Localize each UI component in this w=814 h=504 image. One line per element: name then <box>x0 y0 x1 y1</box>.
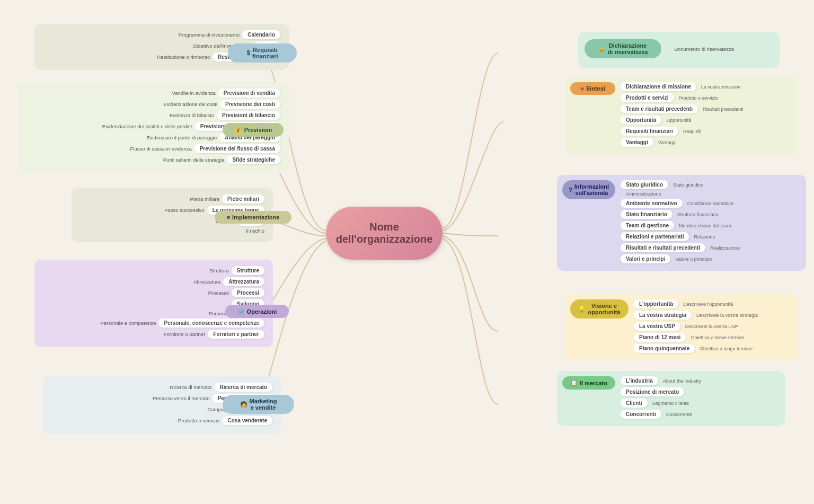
leaf-row: La vostra strategia Descrivete la vostra… <box>634 311 758 320</box>
leaf-row: Vendite in evidenza Previsioni di vendit… <box>27 89 280 98</box>
leaf-label: Il rischio <box>246 228 264 234</box>
after-text: Requisiti <box>683 129 702 134</box>
leaf-label: Prodotto o servizio <box>178 418 220 423</box>
lightbulb-icon: 💡 <box>578 306 586 313</box>
branch-node-implementazione: ≡ Implementazione <box>215 211 291 224</box>
leaf-row: Stato finanziario Struttura finanziaria <box>621 210 740 219</box>
section-operazioni: Struttura Strutture Attrezzatura Attrezz… <box>34 260 273 347</box>
leaf-row: Pietra miliare Pietre miliari <box>80 194 264 204</box>
leaf-row: Prodotto o servizio Cosa venderete <box>51 416 272 425</box>
branch-node-requisiti: $ Requisitifinanziari <box>228 43 297 63</box>
leaf-row: Programma di investimento Calendario <box>43 30 280 39</box>
leaf-label: Pietra miliare <box>190 196 219 202</box>
leaf-row: Personale e competenze Personale, conosc… <box>43 319 264 328</box>
leaf-row: Ambiente normativo Condizione normativa <box>621 199 740 208</box>
leaf-pill: Piano quinquennale <box>634 344 695 353</box>
central-node: Nome dell'organizzazione <box>326 207 443 260</box>
mind-map: Nome dell'organizzazione Programma di in… <box>0 0 814 504</box>
section-sintesi: ■ Sintesi Dichiarazione di missione La v… <box>565 77 798 154</box>
leaf-pill: Team di gestione <box>621 221 674 230</box>
leaf-pill: L'opportunità <box>634 299 678 308</box>
leaf-pill: Ambiente normativo <box>621 199 683 208</box>
lines-icon: ≡ <box>227 214 230 220</box>
leaf-pill: L'industria <box>621 376 658 385</box>
leaf-pill: Risultati e risultati precedenti <box>621 243 705 252</box>
clipboard-icon: 📋 <box>570 379 578 386</box>
leaf-pill: Prodotti e servizi <box>621 93 674 102</box>
leaf-row: Punti salienti della strategia Sfide str… <box>27 155 280 164</box>
central-line2: dell'organizzazione <box>336 233 433 245</box>
leaf-pill: La vostra USP <box>634 322 680 331</box>
after-text: About the industry <box>663 378 702 384</box>
leaf-label: Programma di investimento <box>179 32 240 38</box>
after-text: Realizzazione <box>710 245 740 251</box>
leaf-row: L'opportunità Descrivere l'opportunità <box>634 299 758 308</box>
leaf-row: Processo Processi <box>43 288 264 297</box>
after-text: Struttura finanziaria <box>677 212 719 217</box>
section-informazioni: ? Informazionisull'azienda Stato giuridi… <box>557 175 806 271</box>
leaf-pill: Opportunità <box>621 116 661 125</box>
leaf-row: Vantaggi Vantaggi <box>621 138 744 147</box>
leaf-label: Attrezzatura <box>193 279 220 285</box>
leaf-pill: Fornitori e partner <box>208 330 264 339</box>
leaf-row: Evidenza di bilancio Previsioni di bilan… <box>27 111 280 120</box>
leaf-row: Piano quinquennale Obiettivo a lungo ter… <box>634 344 758 353</box>
branch-node-dichiarazione: 🔒 Dichiarazionedi riservatezza <box>585 39 661 58</box>
leaf-label: Restituzione o rimborso <box>157 54 210 60</box>
after-text: Risultati precedenti <box>703 107 744 112</box>
leaf-label: Personale e competenze <box>100 320 156 326</box>
leaf-label: Percorso verso il mercato <box>153 395 210 401</box>
leaf-label: Vendite in evidenza <box>172 90 215 96</box>
leaf-pill: Processi <box>232 288 264 297</box>
leaf-label: Ricerca di mercato <box>170 384 211 390</box>
branch-label-dichiarazione: Dichiarazionedi riservatezza <box>608 42 648 55</box>
branch-label-informazioni: Informazionisull'azienda <box>574 183 609 196</box>
after-text: Concorrente <box>666 412 693 417</box>
section-mercato: 📋 Il mercato L'industria About the indus… <box>557 371 785 426</box>
leaf-pill: Stato finanziario <box>621 210 673 219</box>
branch-label-sintesi: Sintesi <box>586 85 605 92</box>
leaf-pill: Sfide strategiche <box>227 155 280 164</box>
leaf-pill: Previsioni di vendita <box>218 89 280 98</box>
leaf-pill: Attrezzatura <box>223 277 264 286</box>
leaf-row: Dichiarazione di missione La vostra miss… <box>621 82 744 91</box>
leaf-pill: Relazioni e partenariati <box>621 232 689 241</box>
leaf-row: Valori e principi Valore o principio <box>621 254 740 263</box>
square-icon: ■ <box>580 85 584 92</box>
after-text: Amministrazione <box>626 191 661 197</box>
leaf-label: Passo successivo <box>164 207 205 213</box>
leaf-row: Requisiti finanziari Requisiti <box>621 127 744 136</box>
leaf-pill: Valori e principi <box>621 254 670 263</box>
leaf-row: Amministrazione <box>621 191 740 197</box>
after-text: La vostra missione <box>701 84 741 90</box>
leaf-label: Struttura <box>209 268 228 273</box>
branch-node-marketing: 🧑 Marketinge vendite <box>223 395 294 414</box>
branch-label-implementazione: Implementazione <box>232 214 279 220</box>
leaf-pill: Pietre miliari <box>222 194 264 204</box>
leaf-pill: Dichiarazione di missione <box>621 82 696 91</box>
leaf-row: L'industria About the industry <box>621 376 701 385</box>
dichiarazione-text: Documento di riservatezza <box>674 46 733 52</box>
leaf-pill: Personale, conoscenze e competenze <box>158 319 264 328</box>
section-dichiarazione: 🔒 Dichiarazionedi riservatezza Documento… <box>578 32 780 68</box>
leaf-pill: Requisiti finanziari <box>621 127 678 136</box>
leaf-row: Team di gestione Membro chiave del team <box>621 221 740 230</box>
after-text: Obiettivo a lungo termine <box>700 346 753 351</box>
branch-node-sintesi: ■ Sintesi <box>570 82 615 95</box>
after-text: Obiettivo a breve termine <box>691 335 744 340</box>
after-text: Stato giuridico <box>673 182 703 188</box>
leaf-pill: Previsione dei costi <box>220 100 280 109</box>
leaf-row: Attrezzatura Attrezzatura <box>43 277 264 286</box>
section-visione: 💡 Visione eopportunità L'opportunità Des… <box>565 294 798 360</box>
leaf-row: Prodotti e servizi Prodotto o servizio <box>621 93 744 102</box>
leaf-pill: Posizione di mercato <box>621 387 684 396</box>
after-text: Descrivete la vostra USP <box>685 324 738 329</box>
person-icon: 🧑 <box>240 401 247 408</box>
branch-label-mercato: Il mercato <box>580 380 607 386</box>
leaf-row: Risultati e risultati precedenti Realizz… <box>621 243 740 252</box>
leaf-pill: Ricerca di mercato <box>215 383 273 392</box>
leaf-pill: Previsione del flusso di cassa <box>194 144 280 153</box>
dollar-icon: $ <box>247 49 251 57</box>
after-text: Descrivete la vostra strategia <box>696 313 758 318</box>
lock-icon: 🔒 <box>598 46 606 52</box>
